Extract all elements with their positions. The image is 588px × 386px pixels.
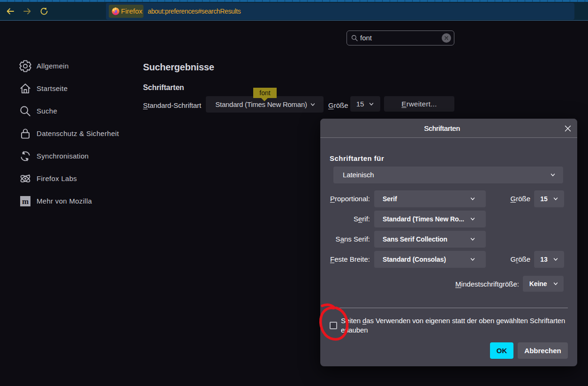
- svg-text:m: m: [22, 197, 29, 206]
